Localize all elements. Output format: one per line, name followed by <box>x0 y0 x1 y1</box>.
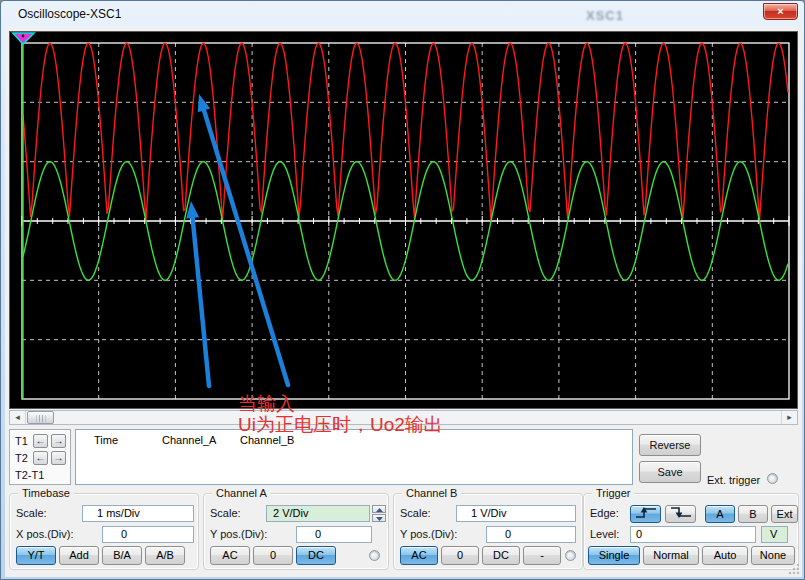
annotation-note-line2: Ui为正电压时，Uo2输出 <box>238 414 443 435</box>
scroll-thumb[interactable] <box>27 411 54 424</box>
channel-b-group-label: Channel B <box>402 487 461 499</box>
channel-b-scale-input[interactable]: 1 V/Div <box>456 505 576 522</box>
timebase-xpos-input[interactable]: 0 <box>102 526 194 543</box>
readout-col-channel-b: Channel_B <box>240 434 294 446</box>
timebase-scale-input[interactable]: 1 ms/Div <box>82 505 194 522</box>
channel-b-ypos-label: Y pos.(Div): <box>400 528 457 540</box>
readout-panel: Time Channel_A Channel_B <box>75 429 633 485</box>
ext-trigger-connector-icon <box>767 473 778 484</box>
t1-label: T1 <box>15 434 28 449</box>
timebase-group: Timebase Scale: 1 ms/Div X pos.(Div): 0 … <box>9 493 199 570</box>
channel-b-dc-button[interactable]: DC <box>482 546 520 565</box>
trigger-edge-label: Edge: <box>590 507 619 519</box>
t1-left-button[interactable]: ← <box>33 434 48 448</box>
scope-screen <box>9 31 798 409</box>
trigger-level-label: Level: <box>590 528 619 540</box>
trigger-mode-normal-button[interactable]: Normal <box>643 546 699 565</box>
t2-left-button[interactable]: ← <box>33 451 48 465</box>
timebase-scale-label: Scale: <box>16 507 47 519</box>
timebase-ab-button[interactable]: A/B <box>145 546 185 565</box>
channel-a-ac-button[interactable]: AC <box>210 546 250 565</box>
channel-b-minus-button[interactable]: - <box>523 546 561 565</box>
channel-a-scale-input[interactable]: 2 V/Div <box>266 505 370 522</box>
trigger-source-a-button[interactable]: A <box>705 505 735 523</box>
channel-b-probe-led-icon <box>565 550 576 561</box>
channel-a-scale-spinner <box>372 505 386 522</box>
channel-a-dc-button[interactable]: DC <box>296 546 336 565</box>
readout-col-time: Time <box>94 434 118 446</box>
timebase-add-button[interactable]: Add <box>59 546 99 565</box>
close-button[interactable]: × <box>763 3 798 20</box>
trigger-source-b-button[interactable]: B <box>738 505 768 523</box>
trigger-mode-single-button[interactable]: Single <box>588 546 640 565</box>
rising-edge-icon <box>635 506 657 519</box>
xsc1-watermark: XSC1 <box>586 8 624 23</box>
channel-a-ypos-label: Y pos.(Div): <box>210 528 267 540</box>
trigger-source-ext-button[interactable]: Ext <box>771 505 798 523</box>
t2-label: T2 <box>15 451 28 466</box>
trigger-edge-rising-button[interactable] <box>630 505 661 523</box>
spinner-up-button[interactable] <box>372 505 386 513</box>
trigger-level-unit-select[interactable]: V <box>761 526 788 543</box>
t2-right-button[interactable]: → <box>51 451 66 465</box>
resize-grip-icon[interactable] <box>787 562 800 575</box>
channel-b-ac-button[interactable]: AC <box>400 546 438 565</box>
ext-trigger-label: Ext. trigger <box>707 474 760 486</box>
channel-b-group: Channel B Scale: 1 V/Div Y pos.(Div): 0 … <box>393 493 583 570</box>
scroll-left-button[interactable]: ◂ <box>10 411 26 424</box>
channel-b-zero-button[interactable]: 0 <box>441 546 479 565</box>
channel-a-group: Channel A Scale: 2 V/Div Y pos.(Div): 0 … <box>203 493 389 570</box>
annotation-note-line1: 当输入 <box>238 393 443 414</box>
scroll-grip-icon <box>36 415 45 422</box>
trigger-level-input[interactable]: 0 <box>630 526 756 543</box>
readout-col-channel-a: Channel_A <box>162 434 216 446</box>
save-button[interactable]: Save <box>639 461 701 483</box>
oscilloscope-window: Oscilloscope-XSC1 XSC1 × ◂ ▸ T1 ← → T2 ←… <box>0 0 805 580</box>
channel-a-scale-label: Scale: <box>210 507 241 519</box>
scroll-right-button[interactable]: ▸ <box>781 411 797 424</box>
trigger-edge-falling-button[interactable] <box>665 505 696 523</box>
spinner-down-button[interactable] <box>372 514 386 522</box>
trigger-group-label: Trigger <box>592 487 634 499</box>
falling-edge-icon <box>670 506 692 519</box>
timebase-ba-button[interactable]: B/A <box>102 546 142 565</box>
timebase-xpos-label: X pos.(Div): <box>16 528 73 540</box>
timebase-yt-button[interactable]: Y/T <box>16 546 56 565</box>
timebase-group-label: Timebase <box>18 487 74 499</box>
channel-a-group-label: Channel A <box>212 487 271 499</box>
window-title: Oscilloscope-XSC1 <box>18 7 121 21</box>
annotation-note: 当输入 Ui为正电压时，Uo2输出 <box>238 393 443 435</box>
trigger-group: Trigger Edge: A B Ext Level: 0 V Single … <box>583 493 799 570</box>
channel-a-probe-led-icon <box>369 550 380 561</box>
t1-right-button[interactable]: → <box>51 434 66 448</box>
dialog-body: ◂ ▸ T1 ← → T2 ← → T2-T1 Time Channel_A C… <box>5 27 802 577</box>
reverse-button[interactable]: Reverse <box>639 434 701 456</box>
channel-a-zero-button[interactable]: 0 <box>253 546 293 565</box>
channel-a-ypos-input[interactable]: 0 <box>296 526 372 543</box>
titlebar[interactable]: Oscilloscope-XSC1 XSC1 × <box>1 1 804 27</box>
channel-b-ypos-input[interactable]: 0 <box>486 526 576 543</box>
cursor-panel: T1 ← → T2 ← → T2-T1 <box>9 429 71 485</box>
channel-b-scale-label: Scale: <box>400 507 431 519</box>
t2-t1-label: T2-T1 <box>15 468 44 483</box>
waveform-display <box>10 32 797 408</box>
trigger-mode-auto-button[interactable]: Auto <box>702 546 748 565</box>
